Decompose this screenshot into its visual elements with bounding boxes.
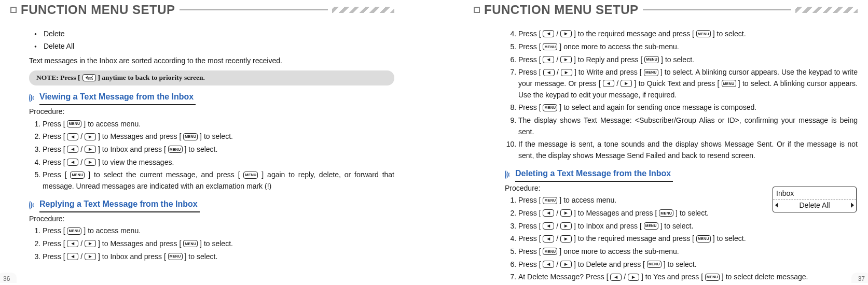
step-item: Press [ ◄ / ► ] to Delete and press [ ME… xyxy=(518,259,858,272)
note-prefix: NOTE: Press [ xyxy=(36,73,80,83)
step-list: Press [ MENU ] to access menu.Press [ ◄ … xyxy=(29,119,394,194)
menu-button-icon: MENU xyxy=(543,104,557,111)
signal-icon xyxy=(505,170,512,179)
chapter-rule xyxy=(643,9,792,10)
right-arrow-icon: ► xyxy=(561,69,572,76)
right-arrow-icon: ► xyxy=(560,222,572,230)
page-body: Press [ ◄ / ► ] to the required message … xyxy=(474,28,858,284)
chapter-title: FUNCTION MENU SETUP xyxy=(21,0,175,19)
right-arrow-icon: ► xyxy=(560,209,572,217)
left-arrow-icon: ◄ xyxy=(543,30,554,37)
menu-button-icon: MENU xyxy=(722,80,736,87)
signal-icon xyxy=(29,93,36,103)
step-list-continued: Press [ ◄ / ► ] to the required message … xyxy=(505,28,858,163)
lcd-row-1: Inbox xyxy=(773,187,856,200)
back-button-icon: BACK xyxy=(82,74,96,81)
left-arrow-icon: ◄ xyxy=(67,133,78,140)
menu-button-icon: MENU xyxy=(243,172,258,179)
menu-button-icon: MENU xyxy=(183,133,198,140)
step-item: Press [ ◄ / ► ] to Reply and press [ MEN… xyxy=(518,54,858,67)
menu-button-icon: MENU xyxy=(67,227,81,235)
right-arrow-icon: ► xyxy=(85,133,96,140)
step-item: Press [ MENU ] to select the current mes… xyxy=(43,169,394,193)
menu-button-icon: MENU xyxy=(696,235,711,243)
menu-button-icon: MENU xyxy=(705,274,720,281)
chapter-header: FUNCTION MENU SETUP xyxy=(474,0,858,19)
left-arrow-icon: ◄ xyxy=(603,80,614,87)
left-arrow-icon: ◄ xyxy=(543,56,554,63)
left-arrow-icon: ◄ xyxy=(543,261,554,268)
left-arrow-icon: ◄ xyxy=(543,209,554,217)
chapter-rule xyxy=(180,9,328,10)
menu-button-icon: MENU xyxy=(543,248,557,255)
left-arrow-icon: ◄ xyxy=(67,159,78,166)
note-suffix: ] anytime to back to priority screen. xyxy=(98,73,205,83)
bullet-list: Delete Delete All xyxy=(29,28,394,53)
svg-text:BACK: BACK xyxy=(88,78,93,80)
right-arrow-icon: ► xyxy=(560,56,572,63)
chapter-header: FUNCTION MENU SETUP xyxy=(10,0,394,19)
chapter-square-icon xyxy=(10,7,17,13)
right-arrow-icon: ► xyxy=(560,261,572,268)
step-item: Press [ ◄ / ► ] to Inbox and press [ MEN… xyxy=(43,144,394,157)
section-title: Deleting a Text Message from the Inbox xyxy=(515,167,673,182)
right-arrow-icon: ► xyxy=(621,80,632,87)
right-arrow-icon: ► xyxy=(85,240,96,247)
step-item: Press [ MENU ] to select and again for s… xyxy=(518,102,858,115)
lcd-display: Inbox Delete All xyxy=(773,187,857,212)
left-arrow-icon: ◄ xyxy=(67,240,78,247)
page-number: 37 xyxy=(858,274,865,284)
right-arrow-icon: ► xyxy=(85,253,96,260)
right-arrow-icon: ► xyxy=(560,30,572,37)
paragraph: Text messages in the Inbox are sorted ac… xyxy=(29,55,394,67)
menu-button-icon: MENU xyxy=(543,43,557,50)
signal-icon xyxy=(29,201,36,210)
step-item: Press [ ◄ / ► ] to Inbox and press [ MEN… xyxy=(518,221,858,234)
menu-button-icon: MENU xyxy=(647,261,662,268)
procedure-label: Procedure: xyxy=(29,106,394,118)
section-title: Replying a Text Message from the Inbox xyxy=(39,198,200,212)
chapter-stripes-icon xyxy=(795,7,858,13)
left-arrow-icon: ◄ xyxy=(67,253,78,260)
left-arrow-icon: ◄ xyxy=(67,146,78,153)
right-arrow-icon: ► xyxy=(560,235,572,243)
menu-button-icon: MENU xyxy=(168,253,183,260)
step-item: Press [ MENU ] once more to access the s… xyxy=(518,246,858,259)
step-item: At Delete Message? Press [ ◄ / ► ] to Ye… xyxy=(518,272,858,284)
right-arrow-icon: ► xyxy=(628,274,639,281)
menu-button-icon: MENU xyxy=(644,69,658,76)
list-item: Delete All xyxy=(44,41,394,53)
left-arrow-icon: ◄ xyxy=(543,235,554,243)
right-arrow-icon: ► xyxy=(85,159,96,166)
step-item: Press [ ◄ / ► ] to the required message … xyxy=(518,28,858,41)
section-header: Replying a Text Message from the Inbox xyxy=(29,198,394,212)
list-item: Delete xyxy=(44,28,394,41)
menu-button-icon: MENU xyxy=(644,56,659,63)
chapter-stripes-icon xyxy=(332,7,394,13)
section-header: Viewing a Text Message from the Inbox xyxy=(29,91,394,105)
menu-button-icon: MENU xyxy=(70,172,85,179)
step-item: If the message is sent, a tone sounds an… xyxy=(518,139,858,163)
menu-button-icon: MENU xyxy=(659,209,673,217)
page-number: 36 xyxy=(3,274,10,284)
menu-button-icon: MENU xyxy=(644,222,658,230)
section-title: Viewing a Text Message from the Inbox xyxy=(39,91,196,105)
menu-button-icon: MENU xyxy=(67,120,81,127)
menu-button-icon: MENU xyxy=(168,146,183,153)
step-item: Press [ ◄ / ► ] to the required message … xyxy=(518,233,858,246)
menu-button-icon: MENU xyxy=(183,240,198,247)
step-item: Press [ ◄ / ► ] to Messages and press [ … xyxy=(43,131,394,144)
left-arrow-icon: ◄ xyxy=(610,274,622,281)
right-arrow-icon: ► xyxy=(85,146,96,153)
chapter-title: FUNCTION MENU SETUP xyxy=(484,0,639,19)
chapter-square-icon xyxy=(474,7,480,13)
menu-button-icon: MENU xyxy=(696,30,711,37)
step-item: Press [ MENU ] once more to access the s… xyxy=(518,41,858,54)
note-box: NOTE: Press [ BACK ] anytime to back to … xyxy=(29,70,394,86)
step-item: Press [ MENU ] to access menu. xyxy=(43,119,394,132)
lcd-row-2: Delete All xyxy=(773,200,856,212)
left-arrow-icon: ◄ xyxy=(543,69,555,76)
menu-button-icon: MENU xyxy=(543,197,557,204)
procedure-label: Procedure: xyxy=(29,213,394,225)
section-header: Deleting a Text Message from the Inbox xyxy=(505,167,858,182)
